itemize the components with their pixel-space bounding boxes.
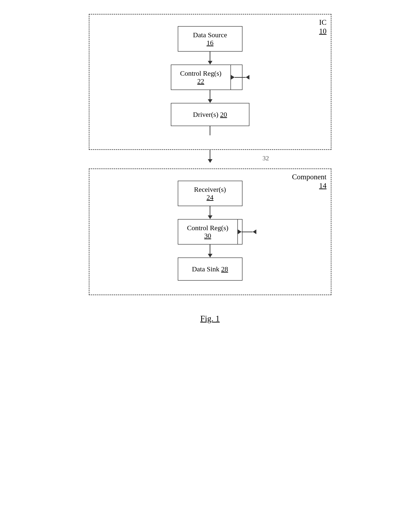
control-reg-top-label: Control Reg(s) bbox=[180, 69, 221, 77]
drivers-block: Driver(s) 20 bbox=[171, 103, 249, 126]
drivers-number: 20 bbox=[220, 110, 227, 118]
control-reg-bot-number: 30 bbox=[204, 232, 211, 240]
channel-number: 32 bbox=[262, 154, 269, 162]
arrow-head bbox=[208, 215, 212, 219]
arrow-line bbox=[210, 90, 210, 99]
data-sink-text: Data Sink 28 bbox=[192, 265, 228, 273]
arrow-head bbox=[208, 99, 212, 103]
arrow-head-left bbox=[253, 230, 256, 234]
receivers-label: Receiver(s) bbox=[194, 186, 226, 193]
bidir-arrow-top bbox=[231, 75, 249, 80]
bidir-arrow-bot bbox=[238, 230, 256, 234]
data-sink-label: Data Sink bbox=[192, 265, 219, 273]
component-label-text: Component bbox=[292, 173, 326, 181]
component-center-col: Receiver(s) 24 Control Reg(s) 30 bbox=[178, 181, 242, 281]
ic-label: IC 10 bbox=[319, 18, 327, 36]
data-source-label: Data Source bbox=[193, 31, 227, 39]
ic-number: 10 bbox=[319, 27, 327, 35]
arrow-head-left bbox=[246, 75, 249, 80]
component-number: 14 bbox=[292, 181, 326, 190]
decode-row: Control Reg(s) 30 Data Decode 2 bbox=[178, 219, 242, 244]
drivers-text: Driver(s) bbox=[193, 110, 219, 118]
control-reg-bot-block: Control Reg(s) 30 bbox=[178, 219, 238, 244]
arrow-head bbox=[208, 254, 212, 257]
page: IC 10 Data Source 16 bbox=[0, 0, 420, 527]
arrow-receivers-to-decode bbox=[206, 206, 215, 219]
component-label: Component 14 bbox=[292, 172, 326, 190]
arrow-head bbox=[208, 61, 212, 65]
arrow-line-h bbox=[235, 77, 246, 78]
encode-row: Control Reg(s) 22 Data Encode 1 bbox=[171, 65, 249, 90]
receivers-block: Receiver(s) 24 bbox=[178, 181, 242, 206]
component-inner: Receiver(s) 24 Control Reg(s) 30 bbox=[103, 181, 317, 281]
control-reg-top-number: 22 bbox=[197, 77, 204, 85]
arrow-head-right bbox=[231, 75, 235, 80]
arrow-line bbox=[210, 244, 210, 254]
fig-label: Fig. 1 bbox=[200, 314, 220, 323]
channel-line-top bbox=[210, 150, 210, 159]
ic-inner: Data Source 16 Control Reg(s) 22 bbox=[103, 26, 317, 135]
data-sink-number: 28 bbox=[221, 265, 228, 273]
ic-box: IC 10 Data Source 16 bbox=[89, 14, 331, 150]
arrow-encode-to-drivers bbox=[206, 90, 215, 103]
control-reg-bot-wrapper: Control Reg(s) 30 bbox=[178, 219, 256, 244]
arrow-decode-to-sink bbox=[206, 244, 215, 257]
arrow-head-right bbox=[238, 230, 242, 234]
receivers-number: 24 bbox=[207, 193, 214, 201]
arrow-source-to-encode bbox=[206, 52, 215, 65]
control-reg-top-wrapper: Control Reg(s) 22 bbox=[171, 65, 249, 90]
data-source-number: 16 bbox=[207, 39, 214, 47]
data-sink-block: Data Sink 28 bbox=[178, 257, 242, 281]
channel-connector bbox=[206, 150, 215, 168]
arrow-line bbox=[210, 126, 210, 135]
channel-area: 32 bbox=[89, 150, 331, 168]
channel-arrow-head bbox=[208, 159, 212, 163]
fig-label-text: Fig. 1 bbox=[200, 314, 220, 323]
ic-label-text: IC bbox=[319, 18, 327, 26]
arrow-line-h bbox=[242, 231, 253, 232]
data-source-block: Data Source 16 bbox=[178, 26, 242, 52]
arrow-drivers-out bbox=[206, 126, 215, 135]
ic-center-col: Data Source 16 Control Reg(s) 22 bbox=[171, 26, 249, 135]
control-reg-bot-label: Control Reg(s) bbox=[187, 224, 228, 232]
channel-label: 32 bbox=[262, 154, 269, 162]
component-box: Component 14 Receiver(s) 24 bbox=[89, 168, 331, 295]
arrow-line bbox=[210, 206, 210, 215]
drivers-label: Driver(s) 20 bbox=[193, 110, 227, 119]
control-reg-top-block: Control Reg(s) 22 bbox=[171, 65, 231, 90]
arrow-line bbox=[210, 52, 210, 61]
